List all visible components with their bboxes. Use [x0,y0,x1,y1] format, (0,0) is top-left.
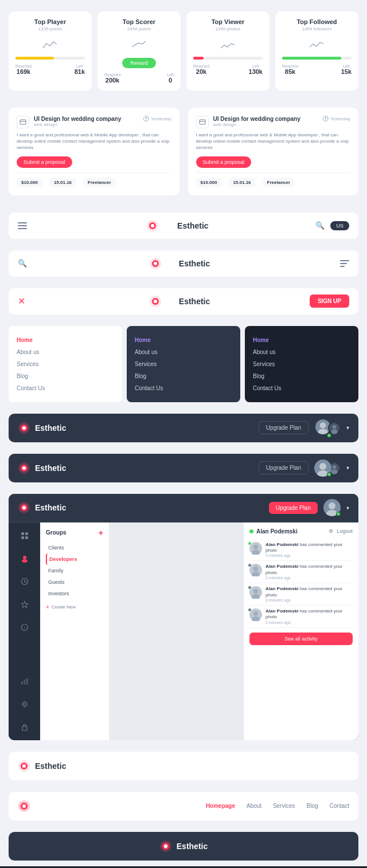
stat-bar-viewer [193,57,263,60]
submit-proposal-btn-2[interactable]: Submit a proposal [196,156,252,168]
sidebar-icon-users[interactable] [18,552,31,565]
chevron-down-icon-2[interactable]: ▾ [346,465,349,471]
logo-icon-2 [149,257,162,270]
menu-light: Home About us Services Blog Contact Us [9,326,122,402]
job-date-2: 🕐 Yesterday [322,116,350,121]
navbar-2-section: 🔍 Esthetic [0,245,367,282]
svg-point-6 [151,224,154,227]
stat-title-player: Top Player [15,18,85,25]
settings-icon[interactable]: ⚙ [329,528,333,534]
menu-item-contact-dark2[interactable]: Contact Us [253,382,350,394]
reward-button[interactable]: Reward [122,58,156,68]
group-developers[interactable]: Developers [46,553,103,565]
dark-navbar-1-right: Upgrade Plan ▾ [259,418,349,438]
svg-point-19 [331,429,337,434]
close-icon-3[interactable]: ✕ [18,296,25,307]
job-price-2: $10.000 [196,178,222,187]
upgrade-plan-btn-2[interactable]: Upgrade Plan [259,461,309,474]
svg-point-47 [23,702,26,705]
link-nav-contact[interactable]: Contact [330,803,349,809]
dash-topbar: Esthetic Upgrade Plan ▾ [9,494,358,523]
logo-icon-3 [149,295,162,308]
sidebar-icon-star[interactable] [18,598,31,611]
link-nav-blog[interactable]: Blog [307,803,318,809]
group-family[interactable]: Family [46,565,103,576]
dark-logo-icon-1 [18,422,30,434]
menu-item-about-dark1[interactable]: About us [135,346,232,358]
svg-point-23 [319,463,326,470]
notif-item-2: Alan Podemski has commented your photo 3… [249,561,353,583]
submit-proposal-btn-1[interactable]: Submit a proposal [17,156,72,168]
notif-actions: ⚙ Logout [329,528,353,534]
dash-upgrade-btn[interactable]: Upgrade Plan [269,502,318,514]
notif-content-2: Alan Podemski has commented your photo 3… [266,564,353,580]
dash-chevron-icon[interactable]: ▾ [346,505,349,511]
svg-rect-35 [25,536,28,539]
menu-item-home-light[interactable]: Home [17,334,114,346]
menu-item-blog-light[interactable]: Blog [17,370,114,382]
menu-item-services-light[interactable]: Services [17,358,114,370]
group-clients[interactable]: Clients [46,542,103,553]
group-guests[interactable]: Guests [46,576,103,588]
stat-card-followed: Top Followed 1456 followers Reached 85k … [275,11,358,91]
svg-rect-32 [21,532,24,535]
menu-item-blog-dark1[interactable]: Blog [135,370,232,382]
chevron-down-icon-1[interactable]: ▾ [346,425,349,431]
search-icon-1[interactable]: 🔍 [315,221,325,230]
notif-item-4: Alan Podemski has commented your photo 3… [249,606,353,628]
stat-icon-viewer [193,36,263,53]
hamburger-icon-1[interactable] [18,222,27,229]
menu-item-home-dark2[interactable]: Home [253,334,350,346]
svg-point-37 [22,559,28,563]
see-all-activity-btn[interactable]: See all activity [249,633,353,645]
sidebar-icon-info[interactable]: i [18,621,31,634]
filter-icon-2[interactable] [340,260,349,267]
svg-point-30 [329,502,335,509]
sidebar-icon-chart[interactable] [18,675,31,688]
groups-add-icon[interactable]: + [99,528,103,537]
signup-button[interactable]: SIGN UP [310,294,349,308]
link-nav-section: Homepage About Services Blog Contact [0,786,367,826]
dash-notifications-panel: Alan Podemski ⚙ Logout Al [244,523,358,740]
avatar-primary-2 [314,459,331,477]
menu-item-home-dark1[interactable]: Home [135,334,232,346]
menu-item-services-dark1[interactable]: Services [135,358,232,370]
avatar-stack-1 [314,418,341,438]
dark-navbar-2-brand: Esthetic [35,464,66,473]
notif-content-4: Alan Podemski has commented your photo 3… [266,608,353,625]
menu-item-contact-light[interactable]: Contact Us [17,382,114,394]
groups-label: Groups [46,529,67,536]
group-investors[interactable]: Investors [46,588,103,599]
create-new-group[interactable]: + Create New [46,604,103,610]
svg-point-53 [253,589,258,594]
job-type-2: Freelancer [263,178,295,187]
svg-point-50 [252,550,260,555]
logout-label[interactable]: Logout [337,528,353,534]
menu-item-about-light[interactable]: About us [17,346,114,358]
sidebar-icon-settings[interactable] [18,698,31,710]
svg-point-65 [164,845,167,848]
sidebar-icon-lock[interactable] [18,721,31,733]
sidebar-icon-clock[interactable] [18,575,31,588]
navbar-3-right: SIGN UP [310,294,349,308]
menu-item-about-dark2[interactable]: About us [253,346,350,358]
menu-item-contact-dark1[interactable]: Contact Us [135,382,232,394]
sidebar-icon-grid[interactable] [18,529,31,542]
upgrade-plan-btn-1[interactable]: Upgrade Plan [259,421,309,434]
dark-bottom-nav: Esthetic [9,832,358,861]
job-card-2: UI Design for wedding company web design… [188,108,359,195]
link-nav-services[interactable]: Services [273,803,295,809]
svg-point-51 [253,567,258,571]
svg-point-59 [22,764,26,768]
menus-row: Home About us Services Blog Contact Us H… [9,326,358,402]
search-icon-2[interactable]: 🔍 [18,259,27,268]
link-nav-homepage[interactable]: Homepage [206,803,235,809]
menu-item-blog-dark2[interactable]: Blog [253,370,350,382]
lang-toggle[interactable]: US [330,221,349,230]
link-nav-about[interactable]: About [247,803,261,809]
job-date-1: 🕐 Yesterday [143,116,171,121]
menu-item-services-dark2[interactable]: Services [253,358,350,370]
jobs-section: UI Design for wedding company web design… [0,102,367,207]
svg-rect-33 [25,532,28,535]
job-subtitle-2: web design [213,122,322,127]
